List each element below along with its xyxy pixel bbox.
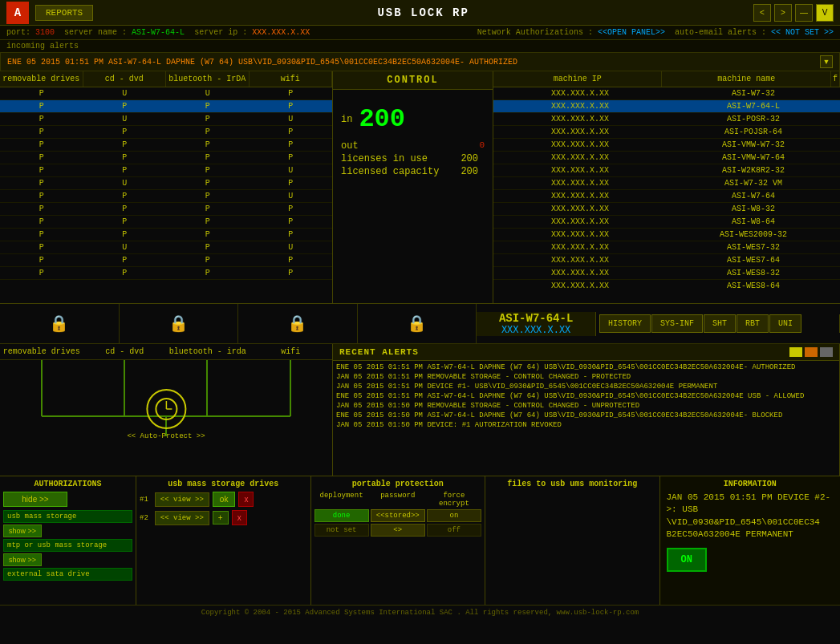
control-in-value: 200 xyxy=(359,104,405,134)
usb-x-btn-1[interactable]: x xyxy=(238,492,254,507)
machine-row[interactable]: XXX.XXX.X.XXASI-WES7-64 xyxy=(493,254,840,267)
usb-row1-label: #1 xyxy=(140,496,152,504)
on-button[interactable]: ON xyxy=(667,548,707,572)
machine-row[interactable]: XXX.XXX.X.XXASI-W7-32 xyxy=(493,87,840,100)
machine-row[interactable]: XXX.XXX.X.XXASI-WES8-64 xyxy=(493,280,840,291)
device-cell: P xyxy=(83,203,167,215)
device-cell: P xyxy=(0,152,83,164)
machine-rows[interactable]: XXX.XXX.X.XXASI-W7-32XXX.XXX.X.XXASI-W7-… xyxy=(493,87,840,291)
device-cell: P xyxy=(250,139,333,151)
selected-machine-name: ASI-W7-64-L xyxy=(499,312,573,325)
device-cell: P xyxy=(166,216,250,228)
machine-row[interactable]: XXX.XXX.X.XXASI-WES8-32 xyxy=(493,267,840,280)
usb-x-btn-2[interactable]: x xyxy=(232,510,247,525)
mtp-item: mtp or usb mass storage xyxy=(3,539,132,552)
usb-plus-btn[interactable]: + xyxy=(213,511,229,525)
device-row[interactable]: PPPP xyxy=(0,254,332,267)
machine-cell: ASI-W8-32 xyxy=(667,203,840,215)
machine-row[interactable]: XXX.XXX.X.XXASI-VMW-W7-32 xyxy=(493,139,840,152)
info-panel: INFORMATION JAN 05 2015 01:51 PM DEVICE … xyxy=(660,476,841,605)
usb-ok-btn-1[interactable]: ok xyxy=(213,492,236,507)
sysinf-tab[interactable]: SYS-INF xyxy=(651,314,703,333)
machine-row[interactable]: XXX.XXX.X.XXASI-W7-64 xyxy=(493,190,840,203)
machine-row[interactable]: XXX.XXX.X.XXASI-VMW-W7-64 xyxy=(493,152,840,164)
alert-expand-button[interactable]: ▼ xyxy=(820,55,833,68)
machine-row[interactable]: XXX.XXX.X.XXASI-W8-32 xyxy=(493,203,840,216)
nav-next-button[interactable]: > xyxy=(774,4,792,22)
machine-row[interactable]: XXX.XXX.X.XXASI-POSR-32 xyxy=(493,113,840,126)
uni-tab[interactable]: UNI xyxy=(769,314,801,333)
device-label-removable: removable drives xyxy=(0,347,83,356)
device-header-cd[interactable]: cd - dvd xyxy=(83,71,167,87)
device-row[interactable]: PPPU xyxy=(0,190,332,203)
machine-row[interactable]: XXX.XXX.X.XXASI-W7-32 VM xyxy=(493,177,840,190)
machine-row[interactable]: XXX.XXX.X.XXASI-WES7-32 xyxy=(493,241,840,254)
device-row[interactable]: PPPP xyxy=(0,216,332,229)
machine-cell: XXX.XXX.X.XX xyxy=(493,87,667,99)
history-tab[interactable]: HISTORY xyxy=(599,314,651,333)
device-row[interactable]: PUPU xyxy=(0,113,332,126)
netauth-label: Network Authorizations : xyxy=(477,28,593,37)
prot-row2-force: off xyxy=(427,524,481,537)
machine-cell: ASI-VMW-W7-64 xyxy=(667,152,840,164)
device-label-bluetooth: bluetooth - irda xyxy=(166,347,250,356)
control-in-section: in 200 xyxy=(341,104,485,134)
netauth-link[interactable]: <<OPEN PANEL>> xyxy=(598,28,665,37)
device-cell: P xyxy=(166,241,250,253)
nav-min-button[interactable]: — xyxy=(795,4,813,22)
device-row[interactable]: PPPP xyxy=(0,203,332,216)
device-row[interactable]: PPPP xyxy=(0,152,332,164)
device-cell: P xyxy=(83,100,167,112)
sht-tab[interactable]: SHT xyxy=(704,314,736,333)
machine-cell: XXX.XXX.X.XX xyxy=(493,267,667,279)
files-panel: files to usb ums monitoring xyxy=(485,476,660,605)
device-row[interactable]: PPPP xyxy=(0,229,332,241)
machine-row[interactable]: XXX.XXX.X.XXASI-W2K8R2-32 xyxy=(493,164,840,177)
device-header-wifi[interactable]: wifi xyxy=(250,71,333,87)
usb-view-btn-1[interactable]: << view >> xyxy=(155,492,209,507)
device-cell: P xyxy=(0,126,83,138)
prot-force-header: force encrypt xyxy=(427,492,481,508)
nav-max-button[interactable]: V xyxy=(816,4,834,22)
device-row[interactable]: PPPU xyxy=(0,164,332,177)
machine-row[interactable]: XXX.XXX.X.XXASI-W7-64-L xyxy=(493,100,840,113)
device-row[interactable]: PPPP xyxy=(0,139,332,152)
machine-row[interactable]: XXX.XXX.X.XXASI-WES2009-32 xyxy=(493,229,840,241)
control-out-section: out 0 xyxy=(341,140,485,152)
auth-title: AUTHORIZATIONS xyxy=(3,480,132,488)
machine-row[interactable]: XXX.XXX.X.XXASI-POJSR-64 xyxy=(493,126,840,139)
machine-cell: ASI-W7-64-L xyxy=(667,100,840,112)
machine-cell: ASI-WES7-64 xyxy=(667,254,840,266)
show-mtp-button[interactable]: show >> xyxy=(3,525,42,537)
device-header-removable[interactable]: removable drives xyxy=(0,71,83,87)
device-header-bluetooth[interactable]: bluetooth - IrDA xyxy=(166,71,250,87)
device-row[interactable]: PUPP xyxy=(0,177,332,190)
reports-button[interactable]: REPORTS xyxy=(35,5,93,21)
autoemail-link[interactable]: << NOT SET >> xyxy=(771,28,834,37)
machine-cell: XXX.XXX.X.XX xyxy=(493,216,667,228)
machine-row[interactable]: XXX.XXX.X.XXASI-W8-64 xyxy=(493,216,840,229)
lock-bar: 🔒 🔒 🔒 🔒 ASI-W7-64-L XXX.XXX.X.XX HISTORY… xyxy=(0,304,840,344)
control-out-value: 0 xyxy=(479,140,485,152)
control-licenses-section: licenses in use 200 xyxy=(341,153,485,164)
machine-ip-header: machine IP xyxy=(493,71,662,87)
hide-button[interactable]: hide >> xyxy=(3,492,67,507)
device-cell: P xyxy=(83,229,167,241)
nav-prev-button[interactable]: < xyxy=(753,4,771,22)
lock-icon-wifi: 🔒 xyxy=(407,314,427,334)
usb-view-btn-2[interactable]: << view >> xyxy=(155,511,209,525)
machine-cell: ASI-W7-64 xyxy=(667,190,840,202)
auth-panel: AUTHORIZATIONS hide >> usb mass storage … xyxy=(0,476,136,605)
device-row[interactable]: PPPP xyxy=(0,100,332,113)
rbt-tab[interactable]: RBT xyxy=(737,314,769,333)
alert-line: JAN 05 2015 01:51 PM DEVICE #1- USB\VID_… xyxy=(336,382,836,391)
machine-cell: ASI-POSR-32 xyxy=(667,113,840,125)
machine-cell: XXX.XXX.X.XX xyxy=(493,139,667,151)
device-row[interactable]: PPPP xyxy=(0,267,332,280)
device-row[interactable]: PPPP xyxy=(0,126,332,139)
device-row[interactable]: PUPU xyxy=(0,241,332,254)
alert-line: JAN 05 2015 01:50 PM DEVICE: #1 AUTORIZA… xyxy=(336,420,836,430)
device-cell: P xyxy=(83,126,167,138)
show-ext-button[interactable]: show >> xyxy=(3,553,42,566)
device-row[interactable]: PUUP xyxy=(0,87,332,100)
